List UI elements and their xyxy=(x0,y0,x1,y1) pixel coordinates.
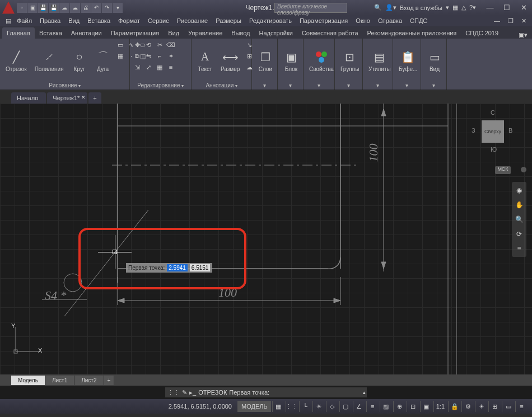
block-button[interactable]: ▣Блок xyxy=(280,40,302,81)
menu-format[interactable]: Формат xyxy=(115,16,143,25)
status-ortho-icon[interactable]: └ xyxy=(299,401,311,412)
close-button[interactable]: ✕ xyxy=(515,0,532,15)
groups-button[interactable]: ⊡Группы xyxy=(337,40,362,81)
status-iso-icon[interactable]: ◇ xyxy=(326,401,338,412)
new-icon[interactable]: ▫ xyxy=(17,3,27,13)
nav-orbit-icon[interactable]: ⟳ xyxy=(513,228,525,240)
status-grid-icon[interactable]: ▦ xyxy=(272,401,284,412)
menu-view[interactable]: Вид xyxy=(65,16,83,25)
panel-draw-title[interactable]: Рисование xyxy=(2,81,127,90)
menu-dimensions[interactable]: Размеры xyxy=(212,16,245,25)
ribbon-tab-output[interactable]: Вывод xyxy=(227,27,254,39)
file-tab-start[interactable]: Начало xyxy=(11,92,46,104)
status-qp-icon[interactable]: ▣ xyxy=(420,401,432,412)
panel-utilities-drop[interactable]: ▾ xyxy=(365,81,390,90)
menu-draw[interactable]: Рисование xyxy=(174,16,211,25)
status-lineweight-icon[interactable]: ≡ xyxy=(366,401,379,412)
status-snap-icon[interactable]: ⋮⋮ xyxy=(286,401,298,412)
explode-icon[interactable]: ✶ xyxy=(166,51,176,61)
menu-insert[interactable]: Вставка xyxy=(84,16,114,25)
status-polar-icon[interactable]: ✳ xyxy=(312,401,325,412)
web-save-icon[interactable]: ☁ xyxy=(59,3,69,13)
panel-layers-drop[interactable]: ▾ xyxy=(254,81,275,90)
menu-parametrize[interactable]: Параметризация xyxy=(296,16,351,25)
web-open-icon[interactable]: ☁ xyxy=(70,3,80,13)
viewcube-south[interactable]: Ю xyxy=(491,146,497,153)
cmd-customize-icon[interactable]: ✎ xyxy=(182,389,187,396)
status-annomon-icon[interactable]: ⊡ xyxy=(407,401,419,412)
viewcube-east[interactable]: В xyxy=(508,127,512,134)
autocad-logo-icon[interactable] xyxy=(2,2,15,14)
trim-icon[interactable]: ✂ xyxy=(155,40,165,50)
cmd-history-icon[interactable]: ▴ xyxy=(363,390,366,395)
ribbon-tab-insert[interactable]: Вставка xyxy=(35,27,67,39)
app-menu-icon[interactable]: ▤ xyxy=(2,16,11,25)
panel-groups-drop[interactable]: ▾ xyxy=(337,81,360,90)
doc-minimize-icon[interactable]: — xyxy=(491,16,503,25)
nav-showmotion-icon[interactable]: ≡ xyxy=(513,242,525,255)
ribbon-tab-home[interactable]: Главная xyxy=(2,27,35,39)
move-icon[interactable]: ✥ xyxy=(132,40,142,50)
viewcube-north[interactable]: С xyxy=(491,109,495,116)
ribbon-tab-addins[interactable]: Надстройки xyxy=(255,27,297,39)
erase-icon[interactable]: ⌫ xyxy=(166,40,176,50)
nav-pan-icon[interactable]: ✋ xyxy=(513,199,525,211)
rect-icon[interactable]: ▭ xyxy=(115,40,125,50)
open-icon[interactable]: ▣ xyxy=(27,3,38,13)
qat-dropdown-icon[interactable]: ▾ xyxy=(113,3,123,13)
view-button[interactable]: ▭Вид xyxy=(423,40,446,81)
rotate-icon[interactable]: ⟲ xyxy=(143,40,153,50)
layers-button[interactable]: ❒Слои xyxy=(254,40,277,81)
app-exchange-icon[interactable]: ▦ xyxy=(452,4,458,11)
saveas-icon[interactable]: 💾 xyxy=(49,3,59,13)
undo-icon[interactable]: ↶ xyxy=(91,3,101,13)
ribbon-collapse-icon[interactable]: ▣▾ xyxy=(519,31,530,39)
ribbon-tab-spds[interactable]: СПДС 2019 xyxy=(461,27,503,39)
ribbon-tab-manage[interactable]: Управление xyxy=(184,27,227,39)
ribbon-tab-annotate[interactable]: Аннотации xyxy=(67,27,106,39)
menu-edit[interactable]: Правка xyxy=(36,16,64,25)
text-button[interactable]: AТекст xyxy=(194,40,216,81)
dim-button[interactable]: ⟷Размер xyxy=(217,40,243,81)
menu-modify[interactable]: Редактировать xyxy=(246,16,295,25)
menu-service[interactable]: Сервис xyxy=(144,16,172,25)
viewcube-west[interactable]: З xyxy=(472,127,475,134)
clipboard-button[interactable]: 📋Буфе... xyxy=(395,40,421,81)
layout-tab-model[interactable]: Модель xyxy=(11,376,45,385)
status-custom-icon[interactable]: ≡ xyxy=(515,401,528,412)
doc-close-icon[interactable]: ✕ xyxy=(518,16,530,26)
fillet-icon[interactable]: ⌐ xyxy=(155,51,165,61)
minimize-button[interactable]: — xyxy=(482,0,498,15)
command-line-input[interactable]: ⋮⋮ ✎ ▸_ ОТРЕЗОК Первая точка: ▴ xyxy=(165,387,367,397)
file-tab-current[interactable]: Чертеж1*✕ xyxy=(47,92,87,104)
panel-block-drop[interactable]: ▾ xyxy=(280,81,301,90)
file-tab-new-button[interactable]: + xyxy=(88,92,101,104)
status-model-button[interactable]: МОДЕЛЬ xyxy=(237,401,271,412)
viewcube[interactable]: С Ю В З Сверху xyxy=(470,109,515,165)
a360-icon[interactable]: △ xyxy=(461,4,466,11)
status-cycling-icon[interactable]: ⊕ xyxy=(393,401,405,412)
help-icon[interactable]: ?▾ xyxy=(469,4,476,11)
status-ws-icon[interactable]: ⚙ xyxy=(461,401,474,412)
status-clean-icon[interactable]: ▭ xyxy=(502,401,514,412)
status-osnap-icon[interactable]: ▢ xyxy=(339,401,352,412)
status-scale-label[interactable]: 1:1 xyxy=(433,401,447,412)
utilities-button[interactable]: ▤Утилиты xyxy=(365,40,394,81)
save-icon[interactable]: 💾 xyxy=(38,3,48,13)
menu-help[interactable]: Справка xyxy=(375,16,405,25)
status-transparency-icon[interactable]: ▨ xyxy=(380,401,392,412)
menu-spds[interactable]: СПДС xyxy=(407,16,431,25)
cmd-handle-icon[interactable]: ⋮⋮ xyxy=(167,389,180,396)
ribbon-tab-view[interactable]: Вид xyxy=(164,27,184,39)
line-button[interactable]: ╱Отрезок xyxy=(2,40,30,81)
nav-zoom-icon[interactable]: 🔍 xyxy=(513,213,525,226)
layout-tab-sheet1[interactable]: Лист1 xyxy=(45,376,74,385)
panel-view-drop[interactable]: ▾ xyxy=(423,81,444,90)
properties-button[interactable]: Свойства xyxy=(306,40,337,81)
status-annoscale-icon[interactable]: 🔒 xyxy=(448,401,460,412)
drawing-canvas[interactable]: 100 100 S4 * Первая точка: 2.5941 6.5151… xyxy=(0,104,532,374)
ribbon-tab-collab[interactable]: Совместная работа xyxy=(297,27,363,39)
copy-icon[interactable]: ⧉ xyxy=(132,51,142,61)
status-isolate-icon[interactable]: ☀ xyxy=(475,401,487,412)
signin-drop-icon[interactable]: ▾ xyxy=(446,4,449,11)
